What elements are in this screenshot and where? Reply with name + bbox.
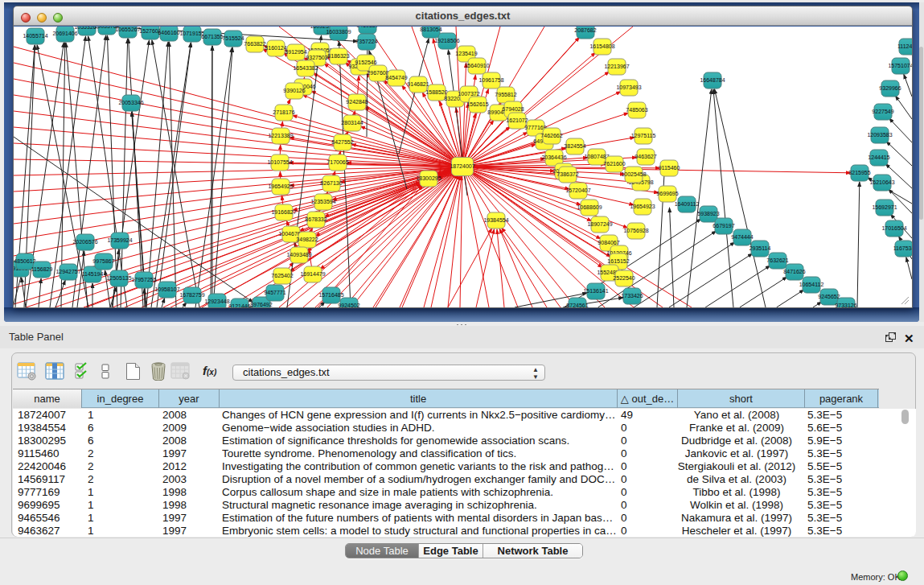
svg-text:9733126: 9733126 xyxy=(835,303,856,307)
svg-text:16409112: 16409112 xyxy=(675,201,700,207)
svg-text:8976492: 8976492 xyxy=(250,302,272,307)
svg-text:15692971: 15692971 xyxy=(872,204,897,210)
svg-text:8471626: 8471626 xyxy=(783,269,805,274)
svg-text:9152546: 9152546 xyxy=(355,60,376,65)
svg-text:9327503: 9327503 xyxy=(306,55,327,60)
svg-text:12213389: 12213389 xyxy=(268,133,293,138)
svg-text:7515524: 7515524 xyxy=(222,35,244,41)
svg-text:17016504: 17016504 xyxy=(881,225,906,231)
svg-text:7462662: 7462662 xyxy=(540,133,562,138)
svg-text:6466160: 6466160 xyxy=(158,30,179,35)
svg-text:15716485: 15716485 xyxy=(318,292,343,298)
svg-text:10958107: 10958107 xyxy=(154,286,179,292)
svg-text:20053346: 20053346 xyxy=(118,100,143,105)
svg-text:18907249: 18907249 xyxy=(587,221,612,227)
svg-text:12353594: 12353594 xyxy=(310,199,335,204)
svg-text:19654925: 19654925 xyxy=(268,183,293,189)
svg-text:19654923: 19654923 xyxy=(630,204,655,209)
svg-text:7357224: 7357224 xyxy=(355,39,377,44)
svg-text:7170065: 7170065 xyxy=(326,159,348,165)
svg-text:18724007: 18724007 xyxy=(450,163,474,169)
svg-text:1235419: 1235419 xyxy=(455,51,477,56)
svg-text:16782759: 16782759 xyxy=(179,292,204,298)
svg-text:12975115: 12975115 xyxy=(631,133,656,138)
svg-text:9457771: 9457771 xyxy=(264,290,285,295)
svg-text:2803144: 2803144 xyxy=(341,120,363,126)
svg-text:8724561: 8724561 xyxy=(566,303,588,307)
svg-text:7386372: 7386372 xyxy=(556,171,578,177)
svg-text:3498222: 3498222 xyxy=(296,237,318,242)
svg-text:1007372: 1007372 xyxy=(458,91,479,97)
svg-text:10756928: 10756928 xyxy=(623,228,648,233)
svg-text:9924502: 9924502 xyxy=(338,303,359,307)
svg-text:2087682: 2087682 xyxy=(574,27,596,33)
svg-text:19384554: 19384554 xyxy=(483,217,508,223)
svg-text:1562615: 1562615 xyxy=(466,101,488,107)
svg-text:16543382: 16543382 xyxy=(293,65,318,71)
svg-text:15751074: 15751074 xyxy=(888,63,912,68)
svg-text:19218506: 19218506 xyxy=(434,38,459,43)
svg-text:16648784: 16648784 xyxy=(700,77,725,83)
svg-text:6671355: 6671355 xyxy=(201,34,223,39)
svg-text:3824554: 3824554 xyxy=(564,143,585,149)
svg-text:12213967: 12213967 xyxy=(604,64,629,69)
svg-text:16210643: 16210643 xyxy=(869,179,894,185)
svg-text:6794028: 6794028 xyxy=(502,106,524,112)
svg-text:9245652: 9245652 xyxy=(818,294,840,299)
svg-text:9460387: 9460387 xyxy=(356,27,378,28)
svg-text:9699695: 9699695 xyxy=(656,191,678,196)
svg-text:17359924: 17359924 xyxy=(107,237,132,243)
svg-text:20206576: 20206576 xyxy=(72,239,97,245)
svg-text:4850612: 4850612 xyxy=(14,258,35,264)
svg-text:7621600: 7621600 xyxy=(603,161,625,167)
svg-text:8160124: 8160124 xyxy=(265,45,286,51)
svg-text:2935114: 2935114 xyxy=(749,245,771,251)
svg-text:8912954: 8912954 xyxy=(285,49,306,55)
svg-text:1145194: 1145194 xyxy=(82,271,104,277)
svg-text:10655267: 10655267 xyxy=(115,27,140,32)
svg-text:9121446: 9121446 xyxy=(228,303,250,307)
svg-text:9463627: 9463627 xyxy=(634,154,656,159)
svg-text:6679197: 6679197 xyxy=(713,223,734,229)
svg-text:10961758: 10961758 xyxy=(478,77,503,83)
svg-text:8267130: 8267130 xyxy=(320,180,342,186)
svg-text:1615152: 1615152 xyxy=(607,258,629,264)
svg-text:12505135: 12505135 xyxy=(106,275,131,281)
svg-text:9329966: 9329966 xyxy=(879,85,901,91)
svg-text:9474444: 9474444 xyxy=(731,234,753,240)
svg-text:8427552: 8427552 xyxy=(331,139,353,145)
svg-text:10654112: 10654112 xyxy=(799,282,824,287)
svg-text:7663822: 7663822 xyxy=(244,41,265,47)
svg-text:8186323: 8186323 xyxy=(327,53,349,59)
svg-text:20364436: 20364436 xyxy=(541,154,566,160)
svg-text:7955812: 7955812 xyxy=(495,92,516,97)
svg-text:1112486: 1112486 xyxy=(897,43,912,49)
svg-text:1156829: 1156829 xyxy=(31,266,53,272)
svg-text:9227549: 9227549 xyxy=(872,109,893,114)
svg-text:9115460: 9115460 xyxy=(659,165,680,171)
svg-text:10973493: 10973493 xyxy=(616,84,641,90)
svg-text:16154808: 16154808 xyxy=(589,43,614,49)
svg-text:12923448: 12923448 xyxy=(204,299,229,304)
svg-text:1167534: 1167534 xyxy=(893,245,912,251)
svg-text:9975867: 9975867 xyxy=(92,258,114,264)
svg-text:9146821: 9146821 xyxy=(407,81,429,87)
svg-text:12093583: 12093583 xyxy=(867,132,892,138)
svg-text:1621072: 1621072 xyxy=(506,117,528,123)
svg-text:16914479: 16914479 xyxy=(300,271,325,277)
svg-text:8813054: 8813054 xyxy=(420,27,441,32)
svg-text:14093489: 14093489 xyxy=(286,252,311,257)
svg-text:5938923: 5938923 xyxy=(697,211,719,216)
svg-text:9390126: 9390126 xyxy=(283,88,305,93)
svg-text:17957255: 17957255 xyxy=(131,277,156,282)
svg-text:8215955: 8215955 xyxy=(848,170,870,175)
svg-text:1588520: 1588520 xyxy=(425,89,447,95)
svg-text:8678332: 8678332 xyxy=(305,216,326,222)
svg-text:16033809: 16033809 xyxy=(326,29,351,35)
svg-text:9084067: 9084067 xyxy=(598,240,619,245)
svg-text:14055714: 14055714 xyxy=(23,33,47,39)
svg-text:8454749: 8454749 xyxy=(385,75,407,80)
svg-text:1244415: 1244415 xyxy=(868,154,889,160)
svg-text:7485063: 7485063 xyxy=(626,107,647,113)
svg-text:9242848: 9242848 xyxy=(346,99,368,105)
